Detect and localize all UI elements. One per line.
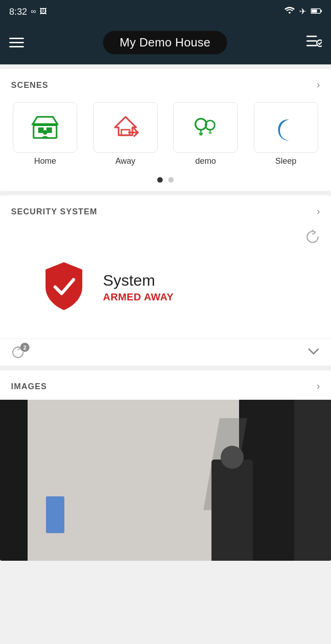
away-scene-icon: [109, 111, 142, 144]
svg-point-11: [43, 130, 47, 135]
battery-icon: [311, 7, 322, 17]
scene-label-away: Away: [115, 156, 136, 166]
hamburger-line: [9, 42, 24, 43]
chevron-down-svg: [307, 347, 320, 356]
security-chevron[interactable]: ›: [317, 206, 320, 218]
images-card: IMAGES ›: [0, 370, 331, 561]
armed-away-label: ARMED AWAY: [103, 291, 174, 303]
image-icon: 🖼: [40, 7, 47, 16]
home-scene-icon: [29, 111, 61, 144]
scene-icon-box-sleep: [254, 102, 318, 153]
svg-point-14: [195, 119, 206, 130]
scene-item-home[interactable]: Home: [7, 102, 83, 166]
scene-item-sleep[interactable]: Sleep: [248, 102, 324, 166]
airplane-icon: ✈: [299, 6, 306, 17]
security-refresh-row: [11, 230, 320, 247]
sleep-scene-icon: [270, 111, 302, 144]
images-chevron[interactable]: ›: [317, 380, 320, 392]
pagination-dots: [0, 173, 331, 191]
security-system-label: System: [103, 271, 174, 289]
hamburger-line: [9, 46, 24, 47]
security-status-row: System ARMED AWAY: [11, 251, 320, 329]
security-chevron-down[interactable]: [307, 346, 320, 358]
status-time: 8:32: [9, 6, 27, 17]
checklist-button[interactable]: [306, 34, 322, 51]
scenes-grid: Home Away: [0, 98, 331, 173]
menu-button[interactable]: [9, 38, 24, 47]
refresh-svg: [305, 230, 320, 244]
scene-label-sleep: Sleep: [275, 156, 297, 166]
cam-person-head: [221, 446, 244, 469]
status-bar-right: ✈: [285, 6, 322, 17]
shield-icon: [39, 259, 89, 314]
voicemail-icon: ∞: [31, 7, 36, 16]
scene-item-away[interactable]: Away: [88, 102, 164, 166]
checklist-icon: [306, 34, 322, 51]
main-content: SCENES ›: [0, 69, 331, 561]
scene-icon-box-home: [13, 102, 77, 153]
top-bar: My Demo House: [0, 23, 331, 64]
scene-item-demo[interactable]: demo: [168, 102, 244, 166]
images-title: IMAGES: [11, 382, 47, 391]
security-footer: 2: [0, 339, 331, 366]
hamburger-line: [9, 38, 24, 39]
house-title: My Demo House: [120, 35, 211, 49]
status-bar: 8:32 ∞ 🖼 ✈: [0, 0, 331, 23]
svg-rect-1: [321, 10, 322, 12]
scene-icon-box-away: [93, 102, 158, 153]
security-card: SECURITY SYSTEM ›: [0, 196, 331, 366]
pagination-dot-2[interactable]: [168, 177, 174, 183]
cam-device: [46, 496, 64, 533]
security-badge-count: 2: [20, 343, 29, 352]
scenes-card: SCENES ›: [0, 69, 331, 191]
scenes-header: SCENES ›: [0, 69, 331, 98]
security-content: System ARMED AWAY: [0, 225, 331, 339]
house-title-pill[interactable]: My Demo House: [103, 31, 227, 54]
scene-label-demo: demo: [195, 156, 216, 166]
pagination-dot-1[interactable]: [157, 177, 163, 183]
camera-image-inner: [0, 400, 331, 561]
security-title: SECURITY SYSTEM: [11, 207, 97, 217]
security-text: System ARMED AWAY: [103, 271, 174, 303]
svg-rect-2: [312, 9, 317, 12]
svg-rect-10: [34, 123, 57, 126]
cam-dark-right: [294, 400, 331, 561]
status-bar-left: 8:32 ∞ 🖼: [9, 6, 47, 17]
security-badge-icon[interactable]: 2: [11, 345, 25, 359]
scene-icon-box-demo: [173, 102, 238, 153]
scene-label-home: Home: [34, 156, 56, 166]
shield-wrapper: [39, 259, 89, 316]
security-refresh-icon[interactable]: [305, 230, 320, 247]
wifi-icon: [285, 7, 295, 17]
scenes-title: SCENES: [11, 80, 48, 90]
cam-person: [211, 460, 253, 561]
images-header: IMAGES ›: [0, 370, 331, 400]
scenes-chevron[interactable]: ›: [317, 79, 320, 91]
camera-image: [0, 400, 331, 561]
security-header: SECURITY SYSTEM ›: [0, 196, 331, 225]
demo-scene-icon: [189, 111, 222, 144]
